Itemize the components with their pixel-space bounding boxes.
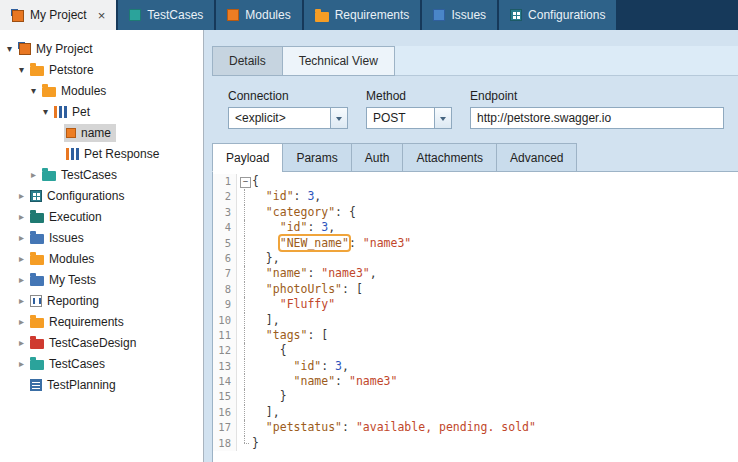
expand-arrow-icon[interactable]: ▸ xyxy=(15,212,28,222)
fold-guide-line xyxy=(237,313,252,328)
chevron-down-icon[interactable] xyxy=(330,108,347,128)
expand-arrow-icon[interactable]: ▸ xyxy=(15,233,28,243)
collapse-arrow-icon[interactable]: ▾ xyxy=(15,65,28,75)
code-token: "name3" xyxy=(363,236,411,250)
code-text: "Fluffy" xyxy=(252,297,335,312)
connection-group: Connection <explicit> xyxy=(228,89,348,129)
code-token: "name3" xyxy=(349,374,397,388)
collapse-arrow-icon[interactable]: ▾ xyxy=(39,107,52,117)
fold-toggle-icon[interactable] xyxy=(237,174,252,189)
endpoint-input[interactable] xyxy=(470,107,724,129)
tree-item-testcasedesign[interactable]: ▸TestCaseDesign xyxy=(0,332,203,353)
expand-arrow-icon[interactable]: ▸ xyxy=(15,296,28,306)
code-token: , xyxy=(370,266,377,280)
tree-item-content: My Project xyxy=(16,40,98,58)
code-token: : xyxy=(307,266,321,280)
top-tab-label: Issues xyxy=(451,8,486,22)
folder-darkteal-icon xyxy=(30,213,44,223)
expand-arrow-icon[interactable]: ▸ xyxy=(15,317,28,327)
tree-item-reporting[interactable]: ▸Reporting xyxy=(0,290,203,311)
folder-blue-icon xyxy=(30,276,44,286)
tree-item-modules[interactable]: ▸Modules xyxy=(0,248,203,269)
planning-icon xyxy=(30,379,42,391)
tree-item-configurations[interactable]: ▸Configurations xyxy=(0,185,203,206)
line-number: 3 xyxy=(213,205,237,220)
tree-item-testplanning[interactable]: TestPlanning xyxy=(0,374,203,395)
expand-arrow-icon[interactable]: ▸ xyxy=(15,359,28,369)
tree-item-requirements[interactable]: ▸Requirements xyxy=(0,311,203,332)
line-number: 9 xyxy=(213,297,237,312)
tree-item-name[interactable]: name xyxy=(0,122,203,143)
tree-item-my-tests[interactable]: ▸My Tests xyxy=(0,269,203,290)
top-tab-requirements[interactable]: Requirements xyxy=(304,0,421,30)
folder-teal-icon xyxy=(30,360,44,370)
tree-item-content: name xyxy=(64,124,116,142)
tree-item-my-project[interactable]: ▾My Project xyxy=(0,38,203,59)
top-tab-testcases[interactable]: TestCases xyxy=(118,0,214,30)
tree-item-label: Reporting xyxy=(47,294,99,308)
configurations-icon xyxy=(510,9,522,21)
line-number: 8 xyxy=(213,282,237,297)
fold-guide-line xyxy=(237,236,252,251)
top-tab-issues[interactable]: Issues xyxy=(422,0,497,30)
editor-line: 1{ xyxy=(213,174,738,189)
line-number: 16 xyxy=(213,405,237,420)
code-token xyxy=(252,220,280,234)
method-value: POST xyxy=(367,111,434,125)
code-token: : xyxy=(321,359,335,373)
payload-editor[interactable]: 1{2 "id": 3,3 "category": {4 "id": 3,5 "… xyxy=(212,171,738,462)
tree-item-pet[interactable]: ▾Pet xyxy=(0,101,203,122)
code-token: "name" xyxy=(266,266,308,280)
fold-guide-line xyxy=(237,328,252,343)
fold-guide-line xyxy=(237,405,252,420)
tree-item-testcases[interactable]: ▸TestCases xyxy=(0,353,203,374)
connection-label: Connection xyxy=(228,89,348,103)
tree-item-execution[interactable]: ▸Execution xyxy=(0,206,203,227)
tree-item-testcases[interactable]: ▸TestCases xyxy=(0,164,203,185)
view-tab-technical-view[interactable]: Technical View xyxy=(282,46,395,76)
code-token: "id" xyxy=(294,359,322,373)
requirements-icon xyxy=(315,12,329,22)
connection-select[interactable]: <explicit> xyxy=(228,107,348,129)
folder-orange-icon xyxy=(30,255,44,265)
top-tab-configurations[interactable]: Configurations xyxy=(499,0,616,30)
tree-item-modules[interactable]: ▾Modules xyxy=(0,80,203,101)
fold-guide-line xyxy=(237,282,252,297)
tree-item-content: Requirements xyxy=(28,313,129,331)
tree-item-label: Issues xyxy=(49,231,84,245)
expand-arrow-icon[interactable]: ▸ xyxy=(27,170,40,180)
tree-item-issues[interactable]: ▸Issues xyxy=(0,227,203,248)
tree-item-label: Modules xyxy=(49,252,94,266)
workspace: ▾My Project▾Petstore▾Modules▾PetnamePet … xyxy=(0,30,738,462)
view-tab-details[interactable]: Details xyxy=(212,46,282,76)
payload-tab-auth[interactable]: Auth xyxy=(351,143,403,172)
line-number: 12 xyxy=(213,343,237,358)
payload-tab-attachments[interactable]: Attachments xyxy=(402,143,496,172)
expand-arrow-icon[interactable]: ▸ xyxy=(15,191,28,201)
code-text: { xyxy=(252,174,259,189)
expand-arrow-icon[interactable]: ▸ xyxy=(15,338,28,348)
expand-arrow-icon[interactable]: ▸ xyxy=(15,254,28,264)
close-icon[interactable]: × xyxy=(98,9,106,22)
top-tab-modules[interactable]: Modules xyxy=(216,0,301,30)
code-text: "name": "name3", xyxy=(252,266,377,281)
code-token xyxy=(252,297,280,311)
line-number: 13 xyxy=(213,359,237,374)
payload-tab-payload[interactable]: Payload xyxy=(212,143,282,172)
expand-arrow-icon[interactable]: ▸ xyxy=(15,275,28,285)
code-text: } xyxy=(252,436,259,451)
fold-guide-line xyxy=(237,266,252,281)
tree-item-petstore[interactable]: ▾Petstore xyxy=(0,59,203,80)
payload-tab-advanced[interactable]: Advanced xyxy=(496,143,577,172)
code-token: : [ xyxy=(342,282,363,296)
line-number: 2 xyxy=(213,189,237,204)
tree-item-pet-response[interactable]: Pet Response xyxy=(0,143,203,164)
chevron-down-icon[interactable] xyxy=(434,108,451,128)
payload-tab-params[interactable]: Params xyxy=(282,143,350,172)
top-tab-my-project[interactable]: My Project× xyxy=(0,0,116,30)
method-select[interactable]: POST xyxy=(366,107,452,129)
top-tab-label: My Project xyxy=(30,8,87,22)
line-number: 17 xyxy=(213,420,237,435)
collapse-arrow-icon[interactable]: ▾ xyxy=(27,86,40,96)
collapse-arrow-icon[interactable]: ▾ xyxy=(3,44,16,54)
